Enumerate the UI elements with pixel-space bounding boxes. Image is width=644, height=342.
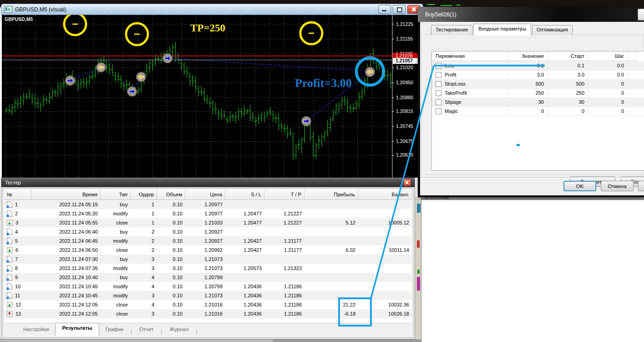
param-row[interactable]: Magic000 xyxy=(432,107,644,116)
param-name-cell: StopLoss xyxy=(432,79,507,89)
param-value[interactable]: 250 xyxy=(507,88,548,98)
reset-button[interactable] xyxy=(638,181,644,191)
param-value[interactable]: 30 xyxy=(507,97,548,107)
column-header[interactable]: T / P xyxy=(264,189,304,199)
param-start[interactable]: 0 xyxy=(548,107,588,116)
cell-order: 4 xyxy=(131,273,157,282)
table-row[interactable]: 82022.11.24 07:35modify30.101.210731.205… xyxy=(4,264,412,273)
order-doc-icon xyxy=(7,210,12,217)
column-header[interactable]: Шаг xyxy=(588,51,628,61)
order-cell: 13 xyxy=(4,309,31,318)
param-checkbox[interactable] xyxy=(436,99,441,105)
order-number: 8 xyxy=(15,264,18,273)
param-checkbox[interactable] xyxy=(436,63,441,69)
tab-настройки[interactable]: Настройки xyxy=(17,325,55,336)
table-row[interactable]: 122022.11.24 12:05close40.101.210161.204… xyxy=(4,300,412,309)
column-header[interactable]: Цена xyxy=(185,189,225,199)
tab-входные-параметры[interactable]: Входные параметры xyxy=(473,24,531,36)
tab-отчет[interactable]: Отчет xyxy=(133,325,160,336)
table-row[interactable]: 92022.11.24 10:40buy40.101.20799 xyxy=(4,273,412,282)
table-header: ПеременнаяЗначениеСтартШаг xyxy=(432,51,644,61)
param-value[interactable]: 500 xyxy=(507,79,548,89)
param-row[interactable]: StopLoss5005000 xyxy=(432,79,644,88)
table-row[interactable]: 22022.11.24 05:20modify10.101.209771.204… xyxy=(4,209,412,218)
order-cell: 10 xyxy=(4,282,31,291)
order-doc-icon xyxy=(7,274,12,281)
param-row[interactable]: TakeProfit2502500 xyxy=(432,88,644,97)
cell-volume: 0.10 xyxy=(157,227,185,236)
table-row[interactable]: 112022.11.24 10:45modify30.101.210731.20… xyxy=(4,291,412,300)
column-header[interactable]: Ордер xyxy=(131,189,157,199)
param-checkbox[interactable] xyxy=(436,90,441,96)
close-icon[interactable] xyxy=(403,179,411,186)
cell-order: 4 xyxy=(131,282,157,291)
tab-тестирование[interactable]: Тестирование xyxy=(431,25,472,35)
column-header[interactable]: Старт xyxy=(548,51,588,61)
cell-type: close xyxy=(101,245,131,255)
table-row[interactable]: 52022.11.24 06:45modify20.101.209271.204… xyxy=(4,236,412,245)
param-step[interactable]: 0.0 xyxy=(588,61,628,71)
param-checkbox[interactable] xyxy=(436,72,441,78)
column-header[interactable]: Время xyxy=(31,189,101,199)
cell-time: 2022.11.24 12:05 xyxy=(31,300,101,309)
param-row[interactable]: Profit3.03.00.0 xyxy=(432,70,644,79)
chart-window-title: GBPUSD,M5 (visual) xyxy=(15,6,66,13)
table-body: 12022.11.24 05:15buy10.101.2097722022.11… xyxy=(4,200,412,318)
column-header[interactable]: Значение xyxy=(507,51,548,61)
column-header[interactable]: S / L xyxy=(225,189,264,199)
column-header[interactable]: Объем xyxy=(157,189,185,199)
param-step[interactable]: 0 xyxy=(588,88,628,98)
table-row[interactable]: 32022.11.24 05:55close10.101.210331.2047… xyxy=(4,218,412,227)
minimize-icon[interactable] xyxy=(378,5,391,14)
param-name: TakeProfit xyxy=(445,88,467,97)
param-value[interactable]: 3.0 xyxy=(507,70,548,80)
chart-canvas[interactable]: GBPUSD,M5 TP=250Profit=3.001.212251.2115… xyxy=(2,15,421,178)
param-step[interactable]: 0.0 xyxy=(588,70,628,80)
table-row[interactable]: 62022.11.24 06:50close20.101.209921.2042… xyxy=(4,245,412,255)
param-start[interactable]: 500 xyxy=(548,79,588,89)
table-row[interactable]: 72022.11.24 07:30buy30.101.21073 xyxy=(4,255,412,264)
cell-profit: 5.12 xyxy=(304,218,358,227)
param-step[interactable]: 0 xyxy=(588,107,628,116)
table-row[interactable]: 102022.11.24 10:45modify40.101.207991.20… xyxy=(4,282,412,291)
param-start[interactable]: 30 xyxy=(548,97,588,107)
dialog-titlebar[interactable]: BuySell26(1) xyxy=(418,7,644,22)
tab-график[interactable]: График xyxy=(99,325,130,336)
ok-button[interactable]: OK xyxy=(563,181,596,191)
table-header: №ВремяТипОрдерОбъемЦенаS / LT / PПрибыль… xyxy=(4,189,412,200)
cancel-button[interactable]: Отмена xyxy=(601,181,634,191)
param-row[interactable]: Slipage30300 xyxy=(432,97,644,107)
param-checkbox[interactable] xyxy=(436,108,441,114)
param-step[interactable]: 0 xyxy=(588,79,628,89)
cell-volume: 0.10 xyxy=(157,282,185,291)
tester-titlebar[interactable]: Тестер xyxy=(1,178,415,187)
tab-журнал[interactable]: Журнал xyxy=(163,325,195,336)
table-row[interactable]: 132022.11.24 12:05close30.101.210161.204… xyxy=(4,309,412,318)
chart-window-titlebar[interactable]: GBPUSD,M5 (visual) xyxy=(1,4,423,15)
column-header[interactable]: Прибыль xyxy=(304,189,358,199)
column-header[interactable]: Баланс xyxy=(358,189,412,199)
column-header[interactable]: № xyxy=(4,189,31,199)
cell-profit xyxy=(304,273,358,282)
table-row[interactable]: 12022.11.24 05:15buy10.101.20977 xyxy=(4,200,412,209)
restore-icon[interactable] xyxy=(393,5,406,14)
column-header[interactable]: Переменная xyxy=(432,51,507,61)
dialog-close-icon[interactable] xyxy=(638,9,644,20)
param-start[interactable]: 250 xyxy=(548,88,588,98)
param-start[interactable]: 0.1 xyxy=(548,61,588,71)
param-step[interactable]: 0 xyxy=(588,97,628,107)
cell-type: modify xyxy=(101,282,131,291)
tab-результаты[interactable]: Результаты xyxy=(55,323,99,336)
tab-оптимизация[interactable]: Оптимизация xyxy=(532,25,573,35)
column-header[interactable] xyxy=(628,51,636,61)
background-window-sliver xyxy=(415,197,421,339)
param-checkbox[interactable] xyxy=(436,81,441,87)
param-value[interactable]: 0 xyxy=(507,107,548,116)
param-value[interactable]: 0.1 xyxy=(507,61,548,71)
order-cell: 5 xyxy=(4,236,31,245)
param-row[interactable]: Lots0.10.10.0 xyxy=(432,61,644,70)
param-start[interactable]: 3.0 xyxy=(548,70,588,80)
cell-balance xyxy=(358,209,412,218)
table-row[interactable]: 42022.11.24 06:40buy20.101.20927 xyxy=(4,227,412,236)
column-header[interactable]: Тип xyxy=(101,189,131,199)
